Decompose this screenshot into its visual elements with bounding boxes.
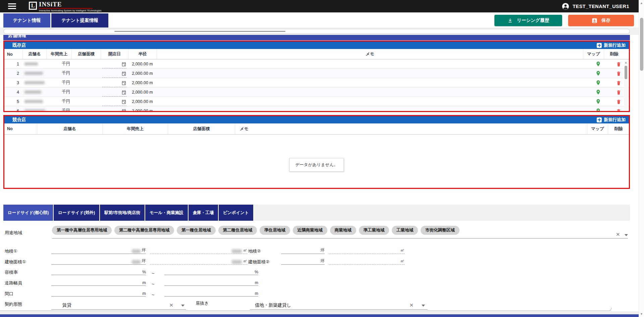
tab-tenant-proposal[interactable]: テナント提案情報 xyxy=(51,13,108,28)
cell-open-date[interactable] xyxy=(101,97,128,106)
cell-radius[interactable]: 2,000.00 m xyxy=(128,69,157,78)
cell-memo[interactable] xyxy=(157,69,588,78)
date-input[interactable] xyxy=(102,89,126,97)
cell-radius[interactable]: 2,000.00 m xyxy=(128,78,157,87)
map-pin-icon[interactable] xyxy=(595,70,601,76)
tab-station-downtown[interactable]: 駅前/市街地/商店街 xyxy=(100,205,145,221)
land-area2-tsubo-input[interactable]: 坪 xyxy=(281,247,325,254)
land-area2-m2-input[interactable]: ㎡ xyxy=(329,247,405,254)
tab-warehouse-factory[interactable]: 倉庫・工場 xyxy=(189,205,218,221)
cell-sales[interactable]: 千円 xyxy=(46,97,71,106)
cell-store-name[interactable] xyxy=(22,78,46,87)
unit-m2: ㎡ xyxy=(400,258,405,264)
cell-radius[interactable]: 2,000.00 m xyxy=(128,59,157,68)
date-input[interactable] xyxy=(102,79,126,87)
horizontal-scrollbar[interactable] xyxy=(3,29,630,34)
scroll-up-icon[interactable]: ▲ xyxy=(624,61,628,65)
table-scrollbar-thumb[interactable] xyxy=(625,66,627,79)
page-vertical-scrollbar[interactable]: ▲ ▼ xyxy=(639,0,644,317)
floor-area-ratio-min-input[interactable]: % xyxy=(51,268,146,275)
chevron-down-icon[interactable] xyxy=(625,234,628,236)
chevron-down-icon[interactable] xyxy=(422,305,425,307)
cell-store-name[interactable] xyxy=(22,59,46,68)
col-area: 店舗面積 xyxy=(168,123,235,134)
trash-icon[interactable] xyxy=(616,90,621,95)
page-scrollbar-thumb[interactable] xyxy=(640,18,643,71)
cell-memo[interactable] xyxy=(157,97,588,106)
cell-area[interactable] xyxy=(71,106,101,112)
clear-icon[interactable]: ✕ xyxy=(616,231,620,237)
date-input[interactable] xyxy=(102,60,126,68)
cell-radius[interactable]: 2,000.00 m xyxy=(128,88,157,97)
trash-icon[interactable] xyxy=(616,80,621,86)
cell-store-name[interactable] xyxy=(22,69,46,78)
trash-icon[interactable] xyxy=(616,99,621,104)
frontage-max-input[interactable]: m xyxy=(164,290,258,297)
frontage-min-input[interactable]: m xyxy=(51,290,146,297)
cell-store-name[interactable] xyxy=(22,106,46,112)
building-area2-tsubo-input[interactable]: 坪 xyxy=(281,258,325,265)
competing-add-row-button[interactable]: 新規行追加 xyxy=(597,117,626,123)
user-menu[interactable]: TEST_TENANT_USER1 xyxy=(562,3,629,10)
map-pin-icon[interactable] xyxy=(595,108,601,112)
scroll-up-icon[interactable]: ▲ xyxy=(639,1,644,5)
map-pin-icon[interactable] xyxy=(595,61,601,67)
cell-sales[interactable]: 千円 xyxy=(46,106,71,112)
cell-memo[interactable] xyxy=(157,88,588,97)
building-area1-tsubo-input[interactable]: 坪 xyxy=(51,258,146,265)
cell-sales[interactable]: 千円 xyxy=(46,59,71,68)
cell-area[interactable] xyxy=(71,69,101,78)
cell-open-date[interactable] xyxy=(101,78,128,87)
hamburger-menu-icon[interactable] xyxy=(8,3,16,9)
tab-pinpoint[interactable]: ピンポイント xyxy=(219,205,253,221)
col-name: 店舗名 xyxy=(22,49,46,59)
scroll-down-icon[interactable]: ▼ xyxy=(639,312,644,316)
cell-sales[interactable]: 千円 xyxy=(46,88,71,97)
cell-map xyxy=(588,78,608,87)
cell-radius[interactable]: 2,000.00 m xyxy=(128,97,157,106)
date-input[interactable] xyxy=(102,98,126,106)
horizontal-scrollbar-thumb[interactable] xyxy=(114,31,285,32)
map-pin-icon[interactable] xyxy=(595,89,601,95)
cell-open-date[interactable] xyxy=(101,88,128,97)
trash-icon[interactable] xyxy=(616,61,621,67)
cell-memo[interactable] xyxy=(157,106,588,112)
leasing-history-button[interactable]: リーシング履歴 xyxy=(494,15,562,26)
building-area1-m2-input[interactable]: ㎡ xyxy=(150,258,247,265)
save-button[interactable]: 保存 xyxy=(568,15,634,26)
cell-area[interactable] xyxy=(71,88,101,97)
cell-open-date[interactable] xyxy=(101,69,128,78)
tab-roadside-suburb[interactable]: ロードサイド(郊外) xyxy=(54,205,99,221)
cell-memo[interactable] xyxy=(157,59,588,68)
map-pin-icon[interactable] xyxy=(595,99,601,104)
floor-area-ratio-max-input[interactable]: % xyxy=(164,268,258,275)
land-area1-m2-input[interactable]: ㎡ xyxy=(150,247,247,254)
cell-memo[interactable] xyxy=(157,78,588,87)
table-vertical-scrollbar[interactable]: ▲ xyxy=(624,61,628,110)
chevron-down-icon[interactable] xyxy=(181,305,184,307)
trash-icon[interactable] xyxy=(616,71,621,76)
cell-area[interactable] xyxy=(71,97,101,106)
cell-store-name[interactable] xyxy=(22,88,46,97)
existing-add-row-button[interactable]: 新規行追加 xyxy=(597,42,626,48)
date-input[interactable] xyxy=(102,70,126,78)
cell-area[interactable] xyxy=(71,59,101,68)
cell-open-date[interactable] xyxy=(101,59,128,68)
cell-sales[interactable]: 千円 xyxy=(46,69,71,78)
map-pin-icon[interactable] xyxy=(595,80,601,86)
tab-tenant-info[interactable]: テナント情報 xyxy=(3,13,50,28)
land-area1-tsubo-input[interactable]: 坪 xyxy=(51,247,146,254)
date-input[interactable] xyxy=(102,107,126,112)
cell-store-name[interactable] xyxy=(22,97,46,106)
tab-mall-commercial[interactable]: モール・商業施設 xyxy=(145,205,188,221)
cell-sales[interactable]: 千円 xyxy=(46,78,71,87)
road-width-min-input[interactable]: m xyxy=(51,279,146,286)
road-width-max-input[interactable]: m xyxy=(164,279,258,286)
cell-area[interactable] xyxy=(71,78,101,87)
trash-icon[interactable] xyxy=(616,108,621,112)
tab-roadside-urban[interactable]: ロードサイド(都心部) xyxy=(3,205,53,221)
building-area2-m2-input[interactable]: ㎡ xyxy=(329,258,405,265)
cell-radius[interactable]: 2,000.00 m xyxy=(128,106,157,112)
cell-map xyxy=(588,97,608,106)
cell-open-date[interactable] xyxy=(101,106,128,112)
